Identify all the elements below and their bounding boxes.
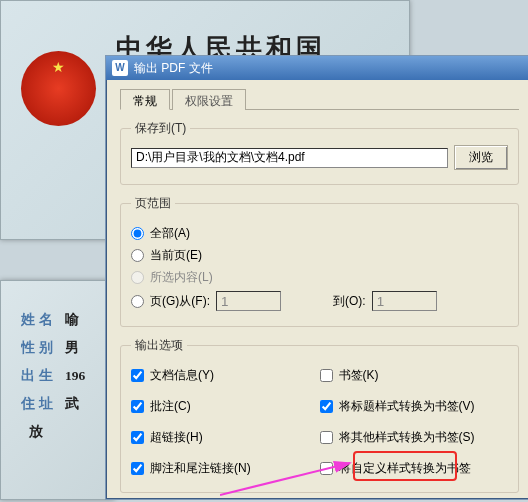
output-options-legend: 输出选项 xyxy=(131,337,187,354)
title-bar[interactable]: W 输出 PDF 文件 xyxy=(106,56,528,80)
radio-icon xyxy=(131,271,144,284)
pages-from-label: 页(G)从(F): xyxy=(150,293,210,310)
pages-to-input xyxy=(372,291,437,311)
opt-title-to-bm[interactable]: 将标题样式转换为书签(V) xyxy=(320,398,509,415)
id-row: 放 xyxy=(21,423,114,441)
id-row: 住址武 xyxy=(21,395,114,413)
export-pdf-dialog: W 输出 PDF 文件 常规 权限设置 保存到(T) 浏览 页范围 全部(A) … xyxy=(105,55,528,500)
tab-permissions[interactable]: 权限设置 xyxy=(172,89,246,110)
tab-strip: 常规 权限设置 xyxy=(120,88,519,110)
browse-button[interactable]: 浏览 xyxy=(454,145,508,170)
save-to-legend: 保存到(T) xyxy=(131,120,190,137)
checkbox-icon[interactable] xyxy=(131,462,144,475)
pages-from-input xyxy=(216,291,281,311)
save-path-input[interactable] xyxy=(131,148,448,168)
range-current-radio[interactable]: 当前页(E) xyxy=(131,247,508,264)
range-all-radio[interactable]: 全部(A) xyxy=(131,225,508,242)
range-selection-radio: 所选内容(L) xyxy=(131,269,508,286)
id-row: 出生196 xyxy=(21,367,114,385)
id-row: 性别男 xyxy=(21,339,114,357)
page-range-group: 页范围 全部(A) 当前页(E) 所选内容(L) 页(G)从(F): 到(O): xyxy=(120,195,519,327)
opt-docinfo[interactable]: 文档信息(Y) xyxy=(131,367,320,384)
checkbox-icon[interactable] xyxy=(320,431,333,444)
dialog-title: 输出 PDF 文件 xyxy=(134,60,213,77)
checkbox-icon[interactable] xyxy=(320,400,333,413)
range-pages-radio[interactable] xyxy=(131,295,144,308)
id-row: 姓名喻 xyxy=(21,311,114,329)
radio-label: 全部(A) xyxy=(150,225,190,242)
checkbox-icon[interactable] xyxy=(131,400,144,413)
tab-general[interactable]: 常规 xyxy=(120,89,170,110)
output-options-group: 输出选项 文档信息(Y) 书签(K) 批注(C) 将标题样式转换为书签(V) 超… xyxy=(120,337,519,493)
radio-icon[interactable] xyxy=(131,249,144,262)
save-to-group: 保存到(T) 浏览 xyxy=(120,120,519,185)
opt-custom-to-bm[interactable]: 将自定义样式转换为书签 xyxy=(320,460,509,477)
checkbox-icon[interactable] xyxy=(131,431,144,444)
opt-hyperlinks[interactable]: 超链接(H) xyxy=(131,429,320,446)
id-card-back: 姓名喻 性别男 出生196 住址武 放 公民身份 xyxy=(0,280,115,500)
opt-bookmarks[interactable]: 书签(K) xyxy=(320,367,509,384)
checkbox-icon[interactable] xyxy=(320,369,333,382)
opt-footnotes[interactable]: 脚注和尾注链接(N) xyxy=(131,460,320,477)
app-icon: W xyxy=(112,60,128,76)
page-range-legend: 页范围 xyxy=(131,195,175,212)
opt-other-to-bm[interactable]: 将其他样式转换为书签(S) xyxy=(320,429,509,446)
national-emblem-icon xyxy=(21,51,96,126)
range-pages-row: 页(G)从(F): 到(O): xyxy=(131,291,508,311)
checkbox-icon[interactable] xyxy=(131,369,144,382)
radio-label: 当前页(E) xyxy=(150,247,202,264)
pages-to-label: 到(O): xyxy=(333,293,366,310)
radio-label: 所选内容(L) xyxy=(150,269,213,286)
opt-comments[interactable]: 批注(C) xyxy=(131,398,320,415)
checkbox-icon[interactable] xyxy=(320,462,333,475)
radio-icon[interactable] xyxy=(131,227,144,240)
